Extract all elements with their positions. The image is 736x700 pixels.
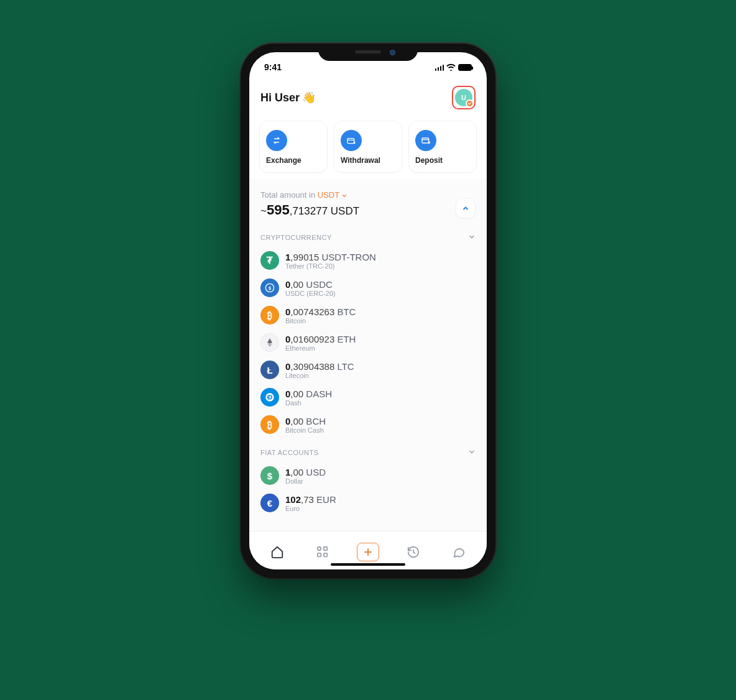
svg-rect-0 <box>347 139 354 144</box>
asset-info: 0,00 USDCUSDC (ERC-20) <box>285 279 336 297</box>
crypto-row[interactable]: $0,00 USDCUSDC (ERC-20) <box>259 274 477 302</box>
crypto-row[interactable]: 0,00 DASHDash <box>259 384 477 411</box>
fiat-list: $1,00 USDDollar€102,73 EUREuro <box>259 462 477 517</box>
asset-amount: 0,00 USDC <box>285 279 336 290</box>
profile-button[interactable]: U <box>452 86 476 109</box>
greeting-text: Hi User 👋 <box>260 91 316 104</box>
approx-sign: ~ <box>260 205 267 217</box>
amount-sym: USDT-TRON <box>319 252 376 262</box>
nav-chat[interactable] <box>443 539 475 565</box>
amount-frac: ,73 <box>301 494 314 505</box>
total-block: Total amount in USDT ~595,713277 USDT <box>259 179 477 223</box>
asset-info: 0,00743263 BTCBitcoin <box>285 306 356 325</box>
svg-rect-7 <box>318 553 321 556</box>
svg-point-5 <box>318 546 321 550</box>
header-row: Hi User 👋 U <box>249 77 487 113</box>
amount-frac: ,00 <box>290 389 303 399</box>
avatar-initial: U <box>461 94 466 101</box>
nav-home[interactable] <box>261 539 293 565</box>
asset-sub: Euro <box>285 505 336 512</box>
coin-icon: € <box>260 494 279 512</box>
wave-emoji-icon: 👋 <box>302 91 316 104</box>
deposit-icon <box>415 130 436 151</box>
status-icons <box>435 63 472 71</box>
asset-amount: 1,00 USD <box>285 467 326 477</box>
greeting-name: Hi User <box>260 91 300 104</box>
coin-icon: $ <box>260 279 279 297</box>
deposit-button[interactable]: Deposit <box>408 121 477 173</box>
asset-info: 1,00 USDDollar <box>285 467 326 485</box>
home-indicator <box>331 563 405 566</box>
crypto-list: ₮1,99015 USDT-TRONTether (TRC-20)$0,00 U… <box>259 247 477 438</box>
chevron-down-icon <box>342 193 347 198</box>
crypto-row[interactable]: Ł0,30904388 LTCLitecoin <box>259 356 477 384</box>
crypto-row[interactable]: ₮1,99015 USDT-TRONTether (TRC-20) <box>259 247 477 274</box>
total-label-prefix: Total amount in <box>260 190 318 200</box>
amount-frac: ,00 <box>290 416 303 426</box>
asset-amount: 102,73 EUR <box>285 494 336 505</box>
amount-sym: DASH <box>303 389 332 399</box>
total-label[interactable]: Total amount in USDT <box>260 190 359 200</box>
home-icon <box>270 545 284 559</box>
amount-sym: USD <box>303 467 326 477</box>
crypto-section-header[interactable]: Cryptocurrency <box>259 223 477 247</box>
collapse-button[interactable] <box>456 198 476 218</box>
fiat-row[interactable]: $1,00 USDDollar <box>259 462 477 489</box>
asset-sub: Bitcoin <box>285 317 356 325</box>
asset-info: 0,00 BCHBitcoin Cash <box>285 416 326 434</box>
amount-frac: ,00 <box>290 467 303 477</box>
chevron-down-icon <box>468 232 476 243</box>
asset-info: 0,00 DASHDash <box>285 389 332 407</box>
asset-sub: Tether (TRC-20) <box>285 262 376 270</box>
chevron-up-icon <box>462 205 469 212</box>
battery-icon <box>458 64 472 71</box>
total-frac: ,713277 <box>290 205 328 217</box>
asset-sub: Litecoin <box>285 372 354 379</box>
asset-amount: 1,99015 USDT-TRON <box>285 252 376 262</box>
crypto-row[interactable]: ₿0,00743263 BTCBitcoin <box>259 302 477 329</box>
add-icon <box>357 543 379 561</box>
amount-frac: ,99015 <box>290 252 319 262</box>
avatar: U <box>455 89 472 106</box>
asset-sub: USDC (ERC-20) <box>285 290 336 297</box>
nav-add[interactable] <box>352 539 384 565</box>
exchange-button[interactable]: Exchange <box>259 121 328 173</box>
amount-frac: ,00 <box>290 279 303 290</box>
crypto-row[interactable]: 0,01600923 ETHEthereum <box>259 329 477 356</box>
amount-frac: ,01600923 <box>290 334 334 344</box>
coin-icon: ₮ <box>260 251 279 270</box>
action-cards: Exchange Withdrawal Deposit <box>249 113 487 179</box>
svg-text:$: $ <box>269 285 271 291</box>
main-content: Hi User 👋 U <box>249 77 487 531</box>
total-currency: USDT <box>318 190 339 200</box>
asset-sub: Dollar <box>285 477 326 485</box>
asset-info: 1,99015 USDT-TRONTether (TRC-20) <box>285 252 376 270</box>
asset-amount: 0,30904388 LTC <box>285 361 354 372</box>
total-int: 595 <box>267 202 290 218</box>
total-unit: USDT <box>328 205 359 217</box>
asset-info: 102,73 EUREuro <box>285 494 336 512</box>
asset-sub: Bitcoin Cash <box>285 426 326 434</box>
crypto-row[interactable]: ₿0,00 BCHBitcoin Cash <box>259 411 477 438</box>
amount-sym: EUR <box>314 494 336 505</box>
withdrawal-label: Withdrawal <box>341 156 380 165</box>
status-time: 9:41 <box>264 62 282 72</box>
nav-history[interactable] <box>397 539 430 565</box>
svg-rect-1 <box>422 138 429 143</box>
coin-icon: ₿ <box>260 306 279 325</box>
withdrawal-button[interactable]: Withdrawal <box>334 121 402 173</box>
coin-icon <box>260 388 279 407</box>
nav-grid[interactable] <box>306 539 339 565</box>
phone-notch <box>318 44 418 61</box>
withdrawal-icon <box>341 130 362 151</box>
phone-frame: 9:41 Hi User 👋 U <box>241 44 495 578</box>
amount-int: 102 <box>285 494 301 505</box>
exchange-icon <box>266 130 287 151</box>
fiat-section-title: Fiat Accounts <box>260 449 319 456</box>
asset-info: 0,01600923 ETHEthereum <box>285 334 356 352</box>
asset-info: 0,30904388 LTCLitecoin <box>285 361 354 379</box>
asset-amount: 0,00 DASH <box>285 389 332 399</box>
crypto-section-title: Cryptocurrency <box>260 234 332 241</box>
fiat-section-header[interactable]: Fiat Accounts <box>259 438 477 462</box>
fiat-row[interactable]: €102,73 EUREuro <box>259 489 477 517</box>
